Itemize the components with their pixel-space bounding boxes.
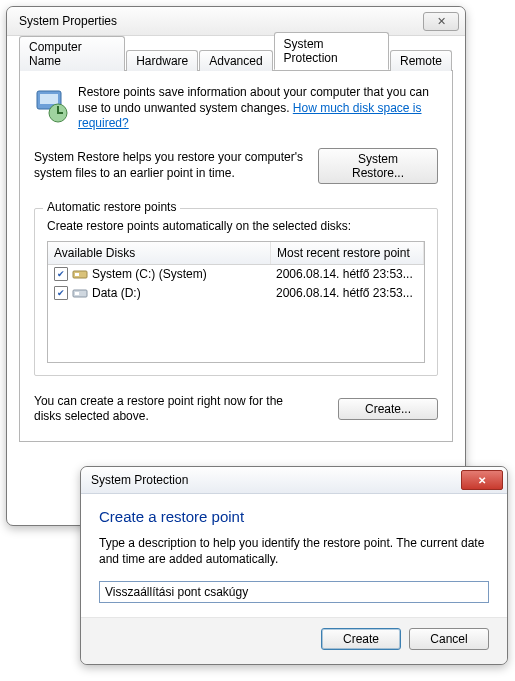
close-icon: ✕: [478, 475, 486, 486]
group-title: Automatic restore points: [43, 200, 180, 214]
tab-computer-name[interactable]: Computer Name: [19, 36, 125, 71]
intro-text: Restore points save information about yo…: [78, 85, 438, 132]
hdd-icon: [72, 287, 88, 299]
restore-point-description-input[interactable]: [99, 581, 489, 603]
col-most-recent[interactable]: Most recent restore point: [271, 242, 424, 264]
restore-shield-icon: [34, 85, 68, 125]
svg-rect-6: [75, 292, 79, 295]
checkbox-icon[interactable]: ✔: [54, 286, 68, 300]
listview-header: Available Disks Most recent restore poin…: [48, 242, 424, 265]
tab-remote[interactable]: Remote: [390, 50, 452, 71]
titlebar: System Properties ✕: [7, 7, 465, 36]
col-available-disks[interactable]: Available Disks: [48, 242, 271, 264]
tabstrip: Computer Name Hardware Advanced System P…: [19, 46, 453, 71]
system-restore-button[interactable]: System Restore...: [318, 148, 438, 184]
hdd-system-icon: [72, 268, 88, 280]
table-row[interactable]: ✔ System (C:) (System) 2006.08.14. hétfő…: [48, 265, 424, 284]
intro-row: Restore points save information about yo…: [34, 85, 438, 132]
system-protection-dialog: System Protection ✕ Create a restore poi…: [80, 466, 508, 665]
client-area: Computer Name Hardware Advanced System P…: [7, 36, 465, 454]
system-restore-row: System Restore helps you restore your co…: [34, 148, 438, 184]
dialog-create-button[interactable]: Create: [321, 628, 401, 650]
checkbox-icon[interactable]: ✔: [54, 267, 68, 281]
window-title: System Properties: [19, 14, 117, 28]
dialog-close-button[interactable]: ✕: [461, 470, 503, 490]
create-button[interactable]: Create...: [338, 398, 438, 420]
create-text: You can create a restore point right now…: [34, 394, 304, 425]
svg-rect-1: [40, 94, 58, 104]
close-icon: ✕: [437, 16, 446, 27]
close-button[interactable]: ✕: [423, 12, 459, 31]
table-row[interactable]: ✔ Data (D:) 2006.08.14. hétfő 23:53...: [48, 284, 424, 303]
system-properties-window: System Properties ✕ Computer Name Hardwa…: [6, 6, 466, 526]
disk-recent: 2006.08.14. hétfő 23:53...: [276, 286, 413, 300]
svg-rect-4: [75, 273, 79, 276]
tab-hardware[interactable]: Hardware: [126, 50, 198, 71]
dialog-title: System Protection: [91, 473, 188, 487]
system-restore-text: System Restore helps you restore your co…: [34, 150, 304, 181]
automatic-restore-group: Automatic restore points Create restore …: [34, 208, 438, 376]
dialog-heading: Create a restore point: [99, 508, 489, 525]
disk-name: System (C:) (System): [92, 267, 207, 281]
dialog-titlebar: System Protection ✕: [81, 467, 507, 494]
tab-system-protection[interactable]: System Protection: [274, 32, 389, 70]
create-row: You can create a restore point right now…: [34, 394, 438, 425]
tabpage-system-protection: Restore points save information about yo…: [19, 71, 453, 442]
listview-body: ✔ System (C:) (System) 2006.08.14. hétfő…: [48, 265, 424, 362]
dialog-text: Type a description to help you identify …: [99, 535, 489, 567]
tab-advanced[interactable]: Advanced: [199, 50, 272, 71]
dialog-cancel-button[interactable]: Cancel: [409, 628, 489, 650]
dialog-client: Create a restore point Type a descriptio…: [81, 494, 507, 617]
group-sub: Create restore points automatically on t…: [47, 219, 425, 233]
disk-recent: 2006.08.14. hétfő 23:53...: [276, 267, 413, 281]
dialog-button-row: Create Cancel: [81, 617, 507, 664]
disk-name: Data (D:): [92, 286, 141, 300]
disks-listview[interactable]: Available Disks Most recent restore poin…: [47, 241, 425, 363]
